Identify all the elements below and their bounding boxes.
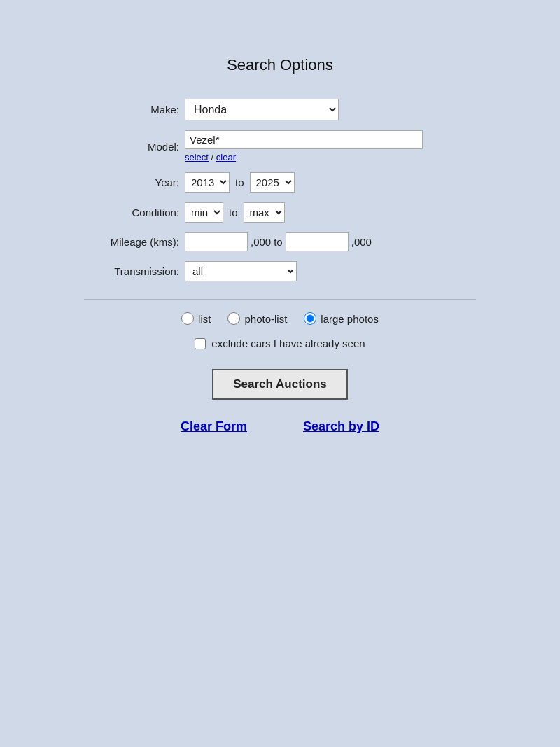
make-field-cell: Any Honda Toyota Nissan Mazda Subaru Mit… bbox=[182, 94, 476, 125]
view-large-photos-label: large photos bbox=[321, 313, 379, 325]
transmission-label: Transmission: bbox=[84, 256, 182, 286]
clear-form-link[interactable]: Clear Form bbox=[181, 419, 247, 434]
bottom-links-section: Clear Form Search by ID bbox=[84, 419, 476, 434]
mileage-to-input[interactable] bbox=[286, 232, 349, 251]
condition-row: Condition: min 123 45 to max 123 45 bbox=[84, 197, 476, 228]
mileage-to-unit: ,000 bbox=[351, 236, 372, 248]
search-auctions-button[interactable]: Search Auctions bbox=[212, 369, 348, 400]
condition-label: Condition: bbox=[84, 197, 182, 228]
model-input[interactable] bbox=[185, 130, 423, 149]
year-to-label: to bbox=[235, 176, 244, 188]
mileage-to-label: to bbox=[274, 236, 283, 248]
transmission-row: Transmission: all automatic manual bbox=[84, 256, 476, 286]
transmission-select[interactable]: all automatic manual bbox=[185, 261, 297, 281]
view-photo-list-option[interactable]: photo-list bbox=[227, 312, 287, 325]
model-field-cell: select / clear bbox=[182, 125, 476, 167]
condition-field-cell: min 123 45 to max 123 45 bbox=[182, 197, 476, 228]
mileage-from-input[interactable] bbox=[185, 232, 248, 251]
condition-max-select[interactable]: max 123 45 bbox=[244, 202, 285, 223]
view-photo-list-radio[interactable] bbox=[227, 312, 240, 325]
search-by-id-link[interactable]: Search by ID bbox=[303, 419, 379, 434]
mileage-label: Mileage (kms): bbox=[84, 228, 182, 256]
search-button-row: Search Auctions bbox=[84, 369, 476, 400]
search-form: Make: Any Honda Toyota Nissan Mazda Suba… bbox=[84, 94, 476, 286]
model-links: select / clear bbox=[185, 152, 473, 162]
mileage-row: Mileage (kms): ,000 to ,000 bbox=[84, 228, 476, 256]
year-to-select[interactable]: any 200020012002 200320042005 2006200720… bbox=[250, 172, 295, 193]
mileage-from-unit: ,000 bbox=[251, 236, 271, 248]
mileage-range-row: ,000 to ,000 bbox=[185, 232, 473, 251]
year-field-cell: any 200020012002 200320042005 2006200720… bbox=[182, 167, 476, 197]
year-label: Year: bbox=[84, 167, 182, 197]
view-large-photos-option[interactable]: large photos bbox=[304, 312, 379, 325]
model-row: Model: select / clear bbox=[84, 125, 476, 167]
view-list-option[interactable]: list bbox=[181, 312, 211, 325]
search-options-container: Search Options Make: Any Honda Toyota Ni… bbox=[84, 56, 476, 434]
model-select-link[interactable]: select bbox=[185, 152, 209, 162]
transmission-field-cell: all automatic manual bbox=[182, 256, 476, 286]
view-list-radio[interactable] bbox=[181, 312, 194, 325]
make-label: Make: bbox=[84, 94, 182, 125]
make-row: Make: Any Honda Toyota Nissan Mazda Suba… bbox=[84, 94, 476, 125]
model-label: Model: bbox=[84, 125, 182, 167]
condition-range-row: min 123 45 to max 123 45 bbox=[185, 202, 473, 223]
exclude-seen-checkbox[interactable] bbox=[195, 338, 206, 349]
view-large-photos-radio[interactable] bbox=[304, 312, 316, 325]
section-divider bbox=[84, 299, 476, 300]
view-list-label: list bbox=[198, 313, 211, 325]
year-from-select[interactable]: any 200020012002 200320042005 2006200720… bbox=[185, 172, 230, 193]
page-title: Search Options bbox=[84, 56, 476, 74]
year-row: Year: any 200020012002 200320042005 2006… bbox=[84, 167, 476, 197]
mileage-field-cell: ,000 to ,000 bbox=[182, 228, 476, 256]
condition-to-label: to bbox=[229, 207, 238, 218]
make-select[interactable]: Any Honda Toyota Nissan Mazda Subaru Mit… bbox=[185, 99, 339, 120]
exclude-seen-label: exclude cars I have already seen bbox=[211, 337, 365, 349]
view-photo-list-label: photo-list bbox=[244, 313, 287, 325]
model-clear-link[interactable]: clear bbox=[216, 152, 236, 162]
exclude-seen-section: exclude cars I have already seen bbox=[84, 337, 476, 349]
condition-min-select[interactable]: min 123 45 bbox=[185, 202, 223, 223]
model-links-separator: / bbox=[211, 152, 216, 162]
view-options-section: list photo-list large photos bbox=[84, 312, 476, 325]
year-range-row: any 200020012002 200320042005 2006200720… bbox=[185, 172, 473, 193]
